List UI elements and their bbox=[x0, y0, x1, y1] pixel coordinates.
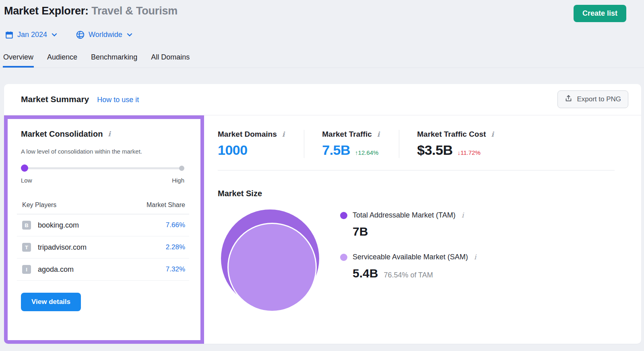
tam-value: 7B bbox=[353, 225, 368, 238]
stat-value: 1000 bbox=[218, 142, 248, 158]
create-list-button[interactable]: Create list bbox=[574, 5, 626, 22]
meter-thumb-high bbox=[179, 166, 184, 171]
market-size-content: Total Addressable Market (TAM) 7B Servic… bbox=[218, 209, 641, 309]
sam-value: 5.4B bbox=[353, 267, 378, 280]
market-share-column-label: Market Share bbox=[147, 201, 185, 209]
card-title: Market Summary bbox=[21, 94, 89, 104]
meter-thumb-low bbox=[21, 164, 28, 172]
page-title: Market Explorer: Travel & Tourism bbox=[4, 5, 178, 17]
sam-circle bbox=[227, 223, 317, 312]
tab-overview[interactable]: Overview bbox=[3, 51, 34, 68]
table-row[interactable]: B booking.com 7.66% bbox=[17, 214, 189, 236]
summary-main-area: Market Domains 1000 Market Traffic 7.5B … bbox=[204, 115, 641, 344]
region-filter[interactable]: Worldwide bbox=[76, 30, 132, 39]
how-to-use-link[interactable]: How to use it bbox=[97, 96, 139, 104]
table-row[interactable]: I agoda.com 7.32% bbox=[17, 259, 189, 281]
tam-dot-icon bbox=[340, 212, 347, 219]
info-icon[interactable] bbox=[281, 131, 285, 138]
date-filter-label: Jan 2024 bbox=[17, 31, 47, 39]
globe-icon bbox=[76, 30, 85, 39]
player-share-link[interactable]: 7.66% bbox=[166, 221, 185, 229]
stat-market-domains: Market Domains 1000 bbox=[218, 130, 304, 158]
table-row[interactable]: T tripadvisor.com 2.28% bbox=[17, 236, 189, 259]
info-icon[interactable] bbox=[376, 131, 380, 138]
market-size-legend: Total Addressable Market (TAM) 7B Servic… bbox=[340, 209, 477, 309]
view-details-button[interactable]: View details bbox=[21, 293, 81, 311]
key-players-column-label: Key Players bbox=[22, 201, 56, 209]
stats-row: Market Domains 1000 Market Traffic 7.5B … bbox=[218, 130, 641, 158]
favicon-booking: B bbox=[22, 221, 31, 230]
tam-legend-row: Total Addressable Market (TAM) bbox=[340, 211, 477, 220]
stat-value: 7.5B bbox=[322, 142, 350, 158]
sam-value-row: 5.4B 76.54% of TAM bbox=[353, 267, 477, 280]
tab-bar: Overview Audience Benchmarking All Domai… bbox=[0, 51, 644, 68]
page-title-prefix: Market Explorer: bbox=[4, 5, 89, 17]
tab-audience[interactable]: Audience bbox=[47, 51, 78, 68]
region-filter-label: Worldwide bbox=[89, 31, 122, 39]
tam-label: Total Addressable Market (TAM) bbox=[353, 211, 456, 220]
card-header: Market Summary How to use it Export to P… bbox=[4, 84, 641, 115]
consolidation-title: Market Consolidation bbox=[21, 129, 103, 139]
calendar-icon bbox=[5, 31, 14, 39]
market-size-title: Market Size bbox=[218, 189, 641, 198]
export-button-label: Export to PNG bbox=[577, 95, 621, 103]
meter-high-label: High bbox=[172, 177, 184, 184]
sam-legend-row: Serviceable Available Market (SAM) bbox=[340, 253, 477, 261]
sam-note: 76.54% of TAM bbox=[384, 271, 433, 279]
favicon-agoda: I bbox=[22, 265, 31, 274]
info-icon[interactable] bbox=[473, 254, 477, 261]
market-summary-card: Market Summary How to use it Export to P… bbox=[4, 84, 641, 344]
export-to-png-button[interactable]: Export to PNG bbox=[557, 90, 628, 108]
market-consolidation-panel: Market Consolidation A low level of cons… bbox=[4, 115, 204, 344]
stat-label: Market Traffic bbox=[322, 130, 372, 139]
player-domain: agoda.com bbox=[38, 265, 74, 274]
info-icon[interactable] bbox=[490, 131, 494, 138]
stat-label: Market Traffic Cost bbox=[417, 130, 486, 139]
player-domain: booking.com bbox=[38, 221, 79, 230]
stat-market-traffic: Market Traffic 7.5B ↑12.64% bbox=[304, 130, 399, 158]
info-icon[interactable] bbox=[461, 212, 464, 219]
page-header: Market Explorer: Travel & Tourism Create… bbox=[0, 0, 644, 22]
filters-row: Jan 2024 Worldwide bbox=[5, 30, 644, 39]
stat-market-traffic-cost: Market Traffic Cost $3.5B ↓11.72% bbox=[399, 130, 513, 158]
chevron-down-icon bbox=[52, 33, 57, 37]
consolidation-title-row: Market Consolidation bbox=[17, 129, 189, 139]
tab-benchmarking[interactable]: Benchmarking bbox=[91, 51, 138, 68]
page-title-market: Travel & Tourism bbox=[91, 5, 178, 17]
consolidation-description: A low level of consolidation within the … bbox=[21, 148, 189, 155]
chevron-down-icon bbox=[127, 33, 132, 37]
upload-icon bbox=[565, 94, 572, 104]
meter-scale-labels: Low High bbox=[21, 177, 184, 184]
sam-dot-icon bbox=[340, 254, 347, 261]
stat-change-down: ↓11.72% bbox=[458, 149, 481, 156]
consolidation-meter bbox=[21, 164, 184, 172]
divider bbox=[218, 170, 615, 170]
stat-change-up: ↑12.64% bbox=[355, 149, 378, 156]
tab-all-domains[interactable]: All Domains bbox=[151, 51, 190, 68]
player-domain: tripadvisor.com bbox=[38, 243, 87, 252]
stat-label: Market Domains bbox=[218, 130, 277, 139]
sam-label: Serviceable Available Market (SAM) bbox=[353, 253, 468, 261]
player-share-link[interactable]: 2.28% bbox=[166, 243, 185, 251]
favicon-tripadvisor: T bbox=[22, 243, 31, 252]
stat-value: $3.5B bbox=[417, 142, 452, 158]
market-size-bubble-chart bbox=[221, 209, 323, 309]
key-players-header: Key Players Market Share bbox=[17, 201, 189, 214]
meter-track bbox=[22, 167, 184, 169]
date-filter[interactable]: Jan 2024 bbox=[5, 31, 57, 39]
tam-value-row: 7B bbox=[353, 225, 477, 238]
info-icon[interactable] bbox=[107, 131, 111, 138]
meter-low-label: Low bbox=[21, 177, 32, 184]
player-share-link[interactable]: 7.32% bbox=[166, 265, 185, 273]
